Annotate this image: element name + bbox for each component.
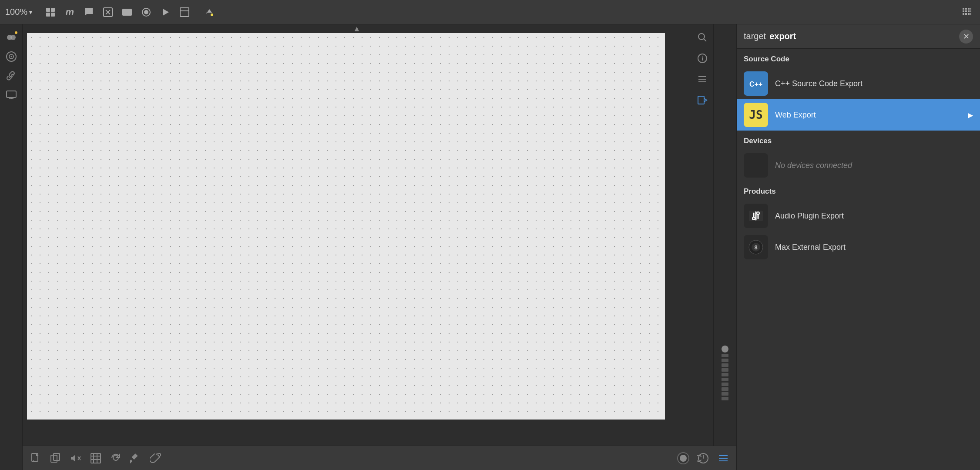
svg-point-33 [10, 35, 16, 40]
svg-rect-58 [130, 460, 133, 463]
svg-rect-0 [46, 8, 50, 12]
svg-rect-1 [51, 8, 55, 12]
svg-text:C++: C++ [749, 81, 762, 88]
svg-rect-25 [965, 10, 967, 12]
list-nav-icon[interactable] [694, 70, 711, 88]
svg-rect-24 [963, 10, 964, 12]
canvas-container[interactable]: ▲ [23, 24, 691, 446]
overview-icon[interactable] [43, 4, 58, 20]
meter-thumb[interactable] [722, 346, 728, 352]
export-nav-icon[interactable] [694, 91, 711, 109]
svg-rect-12 [129, 10, 130, 11]
no-devices-item: No devices connected [737, 150, 980, 181]
grid-icon[interactable] [88, 450, 104, 466]
svg-point-19 [211, 13, 213, 16]
audio-plugin-export-item[interactable]: Audio Plugin Export [737, 200, 980, 232]
vertical-meter[interactable] [721, 346, 729, 415]
monitor-icon[interactable] [3, 86, 20, 104]
canvas-right-panel [714, 24, 736, 446]
comment-icon[interactable] [81, 4, 97, 20]
mid-nav [691, 24, 714, 446]
web-export-label: Web Export [775, 111, 961, 120]
meter-bar-8 [722, 387, 728, 391]
hammer-icon[interactable] [128, 450, 144, 466]
svg-rect-23 [970, 8, 971, 10]
power-btn[interactable] [695, 450, 711, 466]
main-area: ▲ [0, 24, 980, 470]
audio-plugin-icon [744, 204, 768, 228]
cpp-export-item[interactable]: C++ C++ Source Code Export [737, 68, 980, 99]
duplicate-icon[interactable] [48, 450, 64, 466]
panel-title-export: export [769, 31, 796, 41]
meter-bar-4 [722, 368, 728, 372]
bottom-toolbar-right [675, 450, 731, 466]
svg-rect-2 [46, 13, 50, 17]
film-icon[interactable] [119, 4, 135, 20]
svg-point-15 [144, 10, 148, 14]
refresh-icon[interactable] [108, 450, 124, 466]
layers-icon[interactable] [3, 29, 20, 46]
svg-point-71 [752, 217, 755, 220]
svg-rect-20 [963, 8, 964, 10]
no-device-icon [744, 153, 768, 178]
cpp-export-label: C++ Source Code Export [775, 79, 973, 88]
web-export-arrow: ▶ [968, 111, 973, 119]
export-panel-header: target export ✕ [737, 24, 980, 49]
left-sidebar [0, 24, 23, 470]
list-view-btn[interactable] [715, 450, 731, 466]
search-nav-icon[interactable] [694, 29, 711, 46]
target-circle-icon[interactable] [3, 48, 20, 65]
link-icon[interactable] [3, 67, 20, 84]
text-m-icon[interactable]: m [62, 4, 77, 20]
svg-rect-27 [970, 10, 971, 12]
svg-point-72 [757, 212, 759, 215]
js-icon-label: JS [749, 108, 762, 121]
svg-text:8: 8 [754, 244, 757, 251]
bottom-toolbar [23, 446, 736, 470]
mute-icon[interactable] [68, 450, 84, 466]
max-external-export-label: Max External Export [775, 243, 973, 252]
svg-rect-17 [180, 8, 189, 17]
layout-icon[interactable] [177, 4, 192, 20]
zoom-dropdown-arrow[interactable]: ▾ [29, 9, 32, 16]
grid-view-icon[interactable] [959, 4, 975, 20]
clip-plus-icon[interactable] [148, 450, 164, 466]
svg-rect-37 [7, 91, 16, 97]
svg-point-42 [702, 56, 703, 57]
audio-plugin-export-label: Audio Plugin Export [775, 212, 973, 221]
canvas-area[interactable] [27, 33, 665, 420]
x-square-icon[interactable] [100, 4, 116, 20]
top-toolbar: 100% ▾ m [0, 0, 980, 24]
products-section-header: Products [737, 181, 980, 200]
max-external-export-item[interactable]: 8 Max External Export [737, 232, 980, 263]
svg-marker-16 [163, 9, 169, 16]
web-export-item[interactable]: JS Web Export ▶ [737, 99, 980, 131]
svg-rect-3 [51, 13, 55, 17]
circle-record-icon[interactable] [138, 4, 154, 20]
meter-bar-7 [722, 383, 728, 386]
new-doc-icon[interactable] [28, 450, 44, 466]
export-panel: target export ✕ Source Code C++ C++ Sour… [736, 24, 980, 470]
svg-rect-46 [698, 96, 704, 104]
svg-rect-57 [132, 453, 138, 460]
record-btn[interactable] [675, 450, 691, 466]
toolbar-right [959, 4, 975, 20]
play-icon[interactable] [158, 4, 173, 20]
svg-rect-26 [968, 10, 970, 12]
svg-rect-28 [963, 13, 964, 15]
panel-close-button[interactable]: ✕ [959, 30, 973, 44]
paint-bucket-icon[interactable] [201, 4, 217, 20]
svg-rect-22 [968, 8, 970, 10]
zoom-label: 100% [5, 7, 27, 17]
js-icon: JS [744, 103, 768, 127]
panel-title-target: target [744, 31, 766, 41]
no-devices-label: No devices connected [775, 161, 973, 170]
info-nav-icon[interactable] [694, 50, 711, 67]
meter-bar-9 [722, 392, 728, 396]
svg-rect-56 [91, 453, 101, 463]
meter-bar-1 [722, 354, 728, 357]
devices-section-header: Devices [737, 131, 980, 150]
zoom-control[interactable]: 100% ▾ [5, 7, 32, 17]
export-panel-content: Source Code C++ C++ Source Code Export J… [737, 49, 980, 470]
svg-line-39 [704, 39, 706, 41]
